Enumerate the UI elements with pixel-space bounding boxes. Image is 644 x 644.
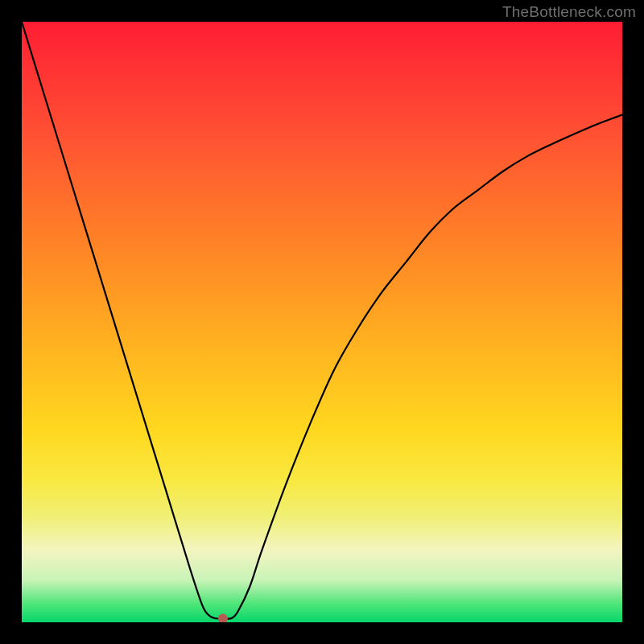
- optimal-point-marker: [218, 614, 228, 622]
- curve-path: [22, 22, 622, 619]
- chart-frame: TheBottleneck.com: [0, 0, 644, 644]
- bottleneck-curve: [22, 22, 622, 622]
- attribution-text: TheBottleneck.com: [502, 3, 636, 21]
- plot-area: [22, 22, 622, 622]
